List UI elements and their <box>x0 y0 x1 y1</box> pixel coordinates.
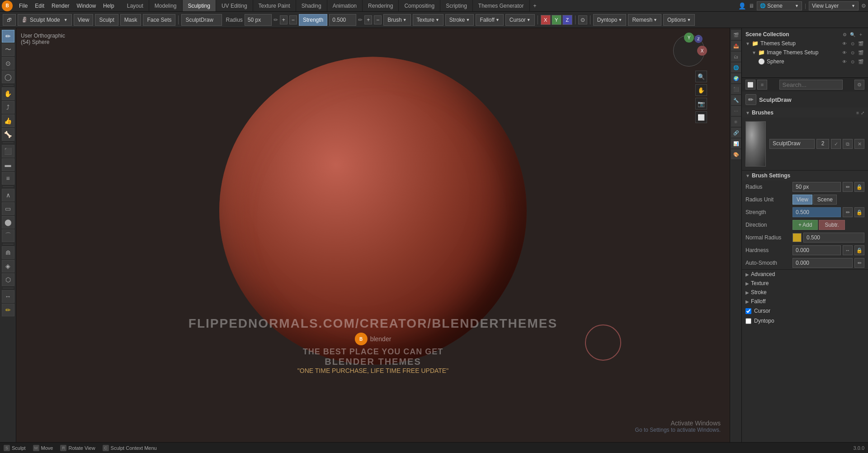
remesh-button[interactable]: Remesh ▼ <box>628 14 661 26</box>
brushes-options-btn[interactable]: ≡ <box>856 110 859 115</box>
tool-layer[interactable]: ≡ <box>2 172 14 185</box>
tab-compositing[interactable]: Compositing <box>399 0 440 11</box>
tab-sculpting[interactable]: Sculpting <box>183 0 216 11</box>
brush-name-input[interactable]: SculptDraw <box>769 139 815 149</box>
tool-pose[interactable]: 🦴 <box>2 128 14 141</box>
texture-collapsible[interactable]: ▶ Texture <box>742 279 868 288</box>
tool-inflate[interactable]: ◯ <box>2 71 14 83</box>
outliner-item-image-themes[interactable]: ▼ 📁 Image Themes Setup 👁 ⊙ 🎬 <box>742 48 868 57</box>
y-axis-button[interactable]: Y <box>552 15 561 25</box>
brushes-panel-header[interactable]: ▼ Brushes ≡ ⤢ <box>742 108 868 118</box>
brush-check-btn[interactable]: ✓ <box>831 139 841 149</box>
dyntopo-checkbox[interactable] <box>745 318 751 324</box>
select-btn3[interactable]: ⊙ <box>849 58 856 65</box>
object-icon[interactable]: ⬛ <box>731 84 741 94</box>
modifiers-icon[interactable]: 🔧 <box>731 95 741 105</box>
tool-flatten[interactable]: ▭ <box>2 202 14 215</box>
tool-draw-face-sets[interactable]: ⬡ <box>2 273 14 286</box>
pressure-icon1[interactable]: ✏ <box>274 17 278 23</box>
strength-prop-value[interactable]: 0.500 <box>793 207 841 217</box>
stroke-dropdown[interactable]: Stroke ▼ <box>445 14 474 26</box>
outliner-filter-btn[interactable]: ⚙ <box>841 31 848 38</box>
dyntopo-button[interactable]: Dyntopo ▼ <box>593 14 627 26</box>
world-icon[interactable]: 🌍 <box>731 73 741 83</box>
brush-dropdown[interactable]: Brush ▼ <box>383 14 410 26</box>
view-layer-selector[interactable]: View Layer ▼ <box>809 1 859 10</box>
material-icon[interactable]: 🎨 <box>731 149 741 159</box>
auto-smooth-edit-btn[interactable]: ✏ <box>854 258 864 268</box>
radius-view-btn[interactable]: View <box>793 195 812 205</box>
tool-sculpt-draw[interactable]: ✏ <box>2 30 14 43</box>
z-axis-button[interactable]: Z <box>562 15 572 25</box>
strength-edit-btn[interactable]: ✏ <box>843 207 853 217</box>
tool-thumb[interactable]: 👍 <box>2 114 14 127</box>
props-view-btn1[interactable]: ⬜ <box>745 80 755 90</box>
pivot-icon[interactable]: ⊙ <box>578 15 587 24</box>
minus-btn1[interactable]: − <box>289 15 297 24</box>
radius-edit-btn[interactable]: ✏ <box>843 182 853 192</box>
tab-scripting[interactable]: Scripting <box>440 0 473 11</box>
plus-btn2[interactable]: + <box>364 15 372 24</box>
constraints-icon[interactable]: 🔗 <box>731 128 741 138</box>
hardness-arrows-btn[interactable]: ↔ <box>843 245 853 255</box>
render-btn2[interactable]: 🎬 <box>857 49 864 56</box>
blender-logo-icon[interactable]: B <box>2 0 13 11</box>
props-view-btn2[interactable]: ≡ <box>757 80 767 90</box>
falloff-collapsible[interactable]: ▶ Falloff <box>742 297 868 306</box>
tab-layout[interactable]: Layout <box>122 0 149 11</box>
gizmo-x-button[interactable]: X <box>697 46 707 56</box>
menu-window[interactable]: Window <box>73 0 99 11</box>
render-btn3[interactable]: 🎬 <box>857 58 864 65</box>
props-search-input[interactable] <box>779 80 843 90</box>
tool-smooth[interactable]: 〜 <box>2 43 14 56</box>
zoom-icon[interactable]: 🔍 <box>695 71 707 82</box>
brush-settings-header[interactable]: ▼ Brush Settings <box>742 171 868 181</box>
render-properties-icon[interactable]: 🎬 <box>731 30 741 40</box>
data-icon[interactable]: 📊 <box>731 138 741 148</box>
x-axis-button[interactable]: X <box>541 15 551 25</box>
hardness-lock-btn[interactable]: 🔒 <box>854 245 864 255</box>
mode-selector[interactable]: 🗿 Sculpt Mode ▼ <box>18 14 72 26</box>
mask-menu-button[interactable]: Mask <box>120 14 142 26</box>
view-menu-button[interactable]: View <box>74 14 94 26</box>
camera-icon[interactable]: 📷 <box>695 98 707 110</box>
face-sets-menu-button[interactable]: Face Sets <box>143 14 175 26</box>
pressure-icon2[interactable]: ✏ <box>358 17 363 23</box>
viewport-type-button[interactable]: 🗗 <box>3 14 16 26</box>
visibility-btn2[interactable]: 👁 <box>841 49 848 56</box>
user-icon[interactable]: 👤 <box>738 2 746 10</box>
outliner-search-btn[interactable]: 🔍 <box>849 31 856 38</box>
physics-icon[interactable]: ⚛ <box>731 117 741 127</box>
outliner-item-sphere[interactable]: ⚪ Sphere 👁 ⊙ 🎬 <box>742 57 868 66</box>
radius-lock-btn[interactable]: 🔒 <box>854 182 864 192</box>
tab-animation[interactable]: Animation <box>327 0 363 11</box>
tool-multiplane-scrape[interactable]: ⋒ <box>2 246 14 259</box>
tool-grab[interactable]: ✋ <box>2 87 14 100</box>
visibility-btn3[interactable]: 👁 <box>841 58 848 65</box>
scene-icon2[interactable]: 🌐 <box>731 62 741 72</box>
hardness-value[interactable]: 0.000 <box>793 245 841 255</box>
menu-file[interactable]: File <box>15 0 31 11</box>
stroke-collapsible[interactable]: ▶ Stroke <box>742 288 868 297</box>
tab-rendering[interactable]: Rendering <box>363 0 399 11</box>
direction-subtract-btn[interactable]: Subtr. <box>819 220 844 230</box>
outliner-add-btn[interactable]: + <box>857 31 864 38</box>
texture-dropdown[interactable]: Texture ▼ <box>413 14 443 26</box>
cursor-checkbox[interactable] <box>745 308 751 314</box>
gizmo-z-button[interactable]: Z <box>694 35 703 43</box>
tab-texture-paint[interactable]: Texture Paint <box>253 0 296 11</box>
output-icon[interactable]: 📤 <box>731 41 741 51</box>
select-btn1[interactable]: ⊙ <box>849 40 856 47</box>
options-button[interactable]: Options ▼ <box>663 14 695 26</box>
scene-selector[interactable]: 🌐 Scene ▼ <box>757 1 802 10</box>
select-btn2[interactable]: ⊙ <box>849 49 856 56</box>
falloff-dropdown[interactable]: Falloff ▼ <box>476 14 503 26</box>
tool-clay[interactable]: ⬛ <box>2 145 14 157</box>
filter-icon[interactable]: ⚙ <box>861 3 866 9</box>
tab-uv-editing[interactable]: UV Editing <box>216 0 253 11</box>
particles-icon[interactable]: ⋯ <box>731 106 741 116</box>
tool-annotate[interactable]: ✏ <box>2 304 14 316</box>
advanced-collapsible[interactable]: ▶ Advanced <box>742 270 868 279</box>
brush-count[interactable]: 2 <box>816 139 829 149</box>
view-layer-icon[interactable]: 🗂 <box>731 52 741 62</box>
